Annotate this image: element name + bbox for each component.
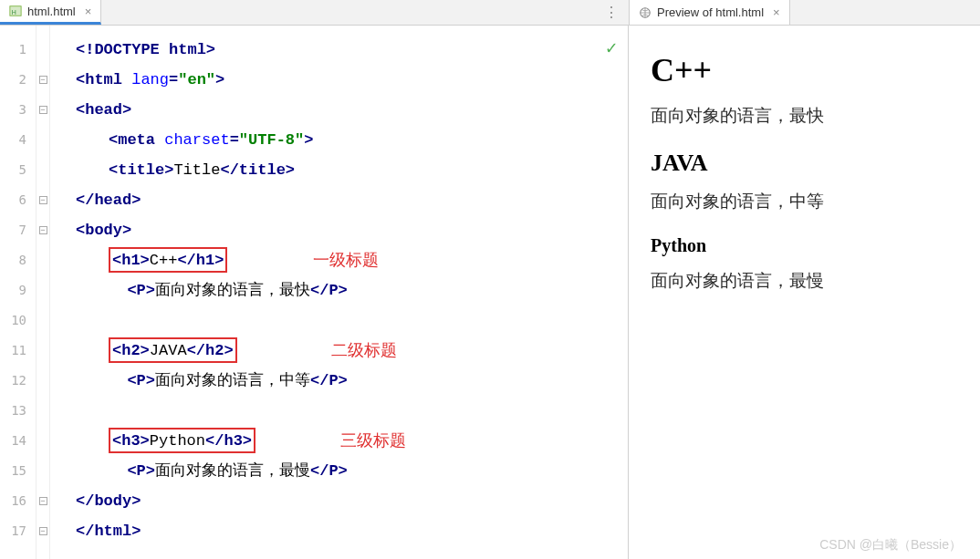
preview-paragraph: 面向对象的语言，最慢 [651,269,958,293]
code-line: <body> [76,215,628,245]
preview-h3: Python [651,235,958,256]
code-line: <P>面向对象的语言，最快</P> [76,275,628,305]
line-number: 1 [0,35,36,65]
close-icon[interactable]: × [773,5,780,19]
svg-text:H: H [12,9,16,16]
line-number: 6 [0,185,36,215]
line-number: 14 [0,426,36,456]
code-line: <P>面向对象的语言，中等</P> [76,366,628,396]
code-line: </html> [76,516,628,546]
fold-icon[interactable]: − [39,226,47,234]
line-number: 15 [0,456,36,486]
annotation-label: 二级标题 [331,336,397,366]
code-line: <head> [76,95,628,125]
line-number: 8 [0,245,36,275]
line-number: 11 [0,336,36,366]
annotation-label: 一级标题 [313,245,379,275]
line-number: 12 [0,366,36,396]
line-number: 4 [0,125,36,155]
tab-html-file[interactable]: H html.html × [0,0,101,25]
preview-paragraph: 面向对象的语言，中等 [651,190,958,213]
gutter: 1 2 3 4 5 6 7 8 9 10 11 12 13 14 15 16 1… [0,26,36,559]
line-number: 10 [0,305,36,336]
globe-icon [639,6,652,19]
fold-gutter: − − − − − − [36,26,49,559]
close-icon[interactable]: × [85,5,92,18]
tab-label: Preview of html.html [657,5,764,19]
code-line: <h1>C++</h1>一级标题 [76,245,628,275]
kebab-icon[interactable]: ⋮ [595,0,629,25]
line-number: 7 [0,215,36,245]
code-line [76,305,628,336]
highlight-box: <h1>C++</h1> [109,247,227,273]
code-line: <P>面向对象的语言，最慢</P> [76,456,628,486]
fold-icon[interactable]: − [39,76,47,84]
line-number: 2 [0,65,36,95]
line-number: 17 [0,516,36,546]
editor-pane[interactable]: 1 2 3 4 5 6 7 8 9 10 11 12 13 14 15 16 1… [0,26,629,559]
tabs-row: H html.html × ⋮ Preview of html.html × [0,0,980,26]
code-line: <h3>Python</h3>三级标题 [76,426,628,456]
fold-icon[interactable]: − [39,497,47,505]
preview-pane: C++ 面向对象的语言，最快 JAVA 面向对象的语言，中等 Python 面向… [629,26,980,559]
tab-label: html.html [27,5,76,18]
preview-paragraph: 面向对象的语言，最快 [651,104,958,128]
line-number: 3 [0,95,36,125]
fold-icon[interactable]: − [39,527,47,535]
fold-icon[interactable]: − [39,106,47,114]
html-file-icon: H [9,5,22,17]
preview-h1: C++ [651,51,958,89]
watermark: CSDN @白曦（Bessie） [819,537,962,554]
code-line [76,396,628,426]
code-line: <title>Title</title> [76,155,628,185]
main-row: 1 2 3 4 5 6 7 8 9 10 11 12 13 14 15 16 1… [0,26,980,559]
code-line: <h2>JAVA</h2>二级标题 [76,336,628,366]
tab-preview[interactable]: Preview of html.html × [630,0,790,25]
highlight-box: <h3>Python</h3> [109,428,255,453]
line-number: 13 [0,396,36,426]
line-number: 16 [0,486,36,516]
code-area[interactable]: ✓ <!DOCTYPE html> <html lang="en"> <head… [50,26,628,559]
code-line: <meta charset="UTF-8"> [76,125,628,155]
line-number: 9 [0,275,36,305]
tabs-left: H html.html × ⋮ [0,0,629,25]
highlight-box: <h2>JAVA</h2> [109,337,237,363]
code-line: <!DOCTYPE html> [76,35,628,65]
code-line: <html lang="en"> [76,65,628,95]
fold-icon[interactable]: − [39,196,47,204]
code-line: </body> [76,486,628,516]
annotation-label: 三级标题 [340,426,406,456]
tabs-right: Preview of html.html × [629,0,980,25]
code-line: </head> [76,185,628,215]
line-number: 5 [0,155,36,185]
preview-h2: JAVA [651,150,958,177]
